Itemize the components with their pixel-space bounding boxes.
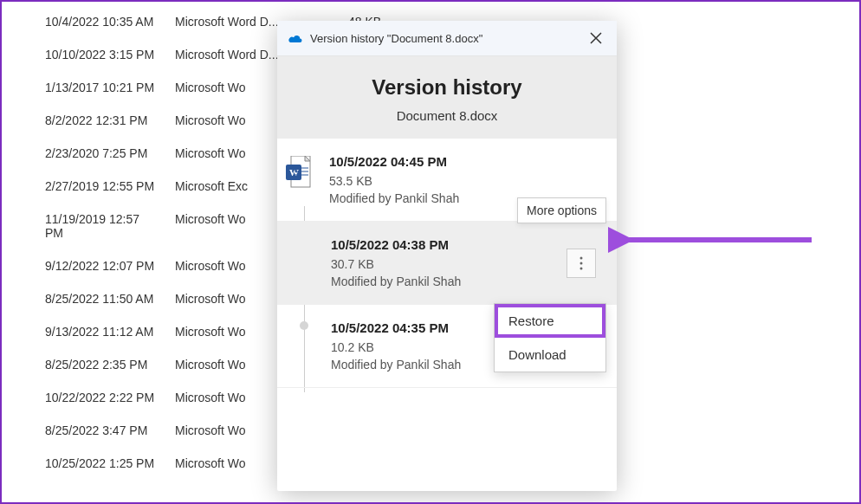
file-date: 10/22/2022 2:22 PM xyxy=(2,391,158,404)
svg-point-8 xyxy=(580,267,583,269)
file-date: 9/13/2022 11:12 AM xyxy=(2,325,158,339)
version-info: 10/5/2022 04:38 PM 30.7 KB Modified by P… xyxy=(331,237,599,288)
dialog-titlebar: Version history "Document 8.docx" xyxy=(277,21,617,56)
word-document-icon: W xyxy=(286,154,314,205)
file-date: 11/19/2019 12:57 PM xyxy=(2,212,158,240)
file-date: 8/2/2022 12:31 PM xyxy=(2,113,158,127)
version-history-heading: Version history xyxy=(277,75,617,100)
document-name: Document 8.docx xyxy=(277,108,617,123)
dialog-title-text: Version history "Document 8.docx" xyxy=(310,32,586,45)
file-date: 2/27/2019 12:55 PM xyxy=(2,179,158,193)
more-options-button[interactable] xyxy=(566,249,596,278)
version-history-dialog: Version history "Document 8.docx" Versio… xyxy=(277,21,617,491)
close-icon xyxy=(590,32,602,44)
close-button[interactable] xyxy=(586,28,606,48)
restore-menu-item[interactable]: Restore xyxy=(495,304,605,338)
versions-list: W 10/5/2022 04:45 PM 53.5 KB Modified by… xyxy=(277,139,617,491)
more-options-tooltip: More options xyxy=(517,197,606,223)
svg-text:W: W xyxy=(289,167,299,178)
file-date: 10/10/2022 3:15 PM xyxy=(2,48,158,61)
vertical-dots-icon xyxy=(579,256,583,270)
version-size: 30.7 KB xyxy=(331,257,599,271)
version-context-menu: Restore Download xyxy=(494,303,606,372)
version-size: 53.5 KB xyxy=(329,174,599,188)
svg-point-7 xyxy=(580,262,583,264)
version-modified-by: Modified by Pankil Shah xyxy=(331,275,599,288)
download-menu-item[interactable]: Download xyxy=(495,338,605,372)
file-date: 8/25/2022 11:50 AM xyxy=(2,292,158,306)
svg-point-6 xyxy=(580,256,583,259)
file-date: 1/13/2017 10:21 PM xyxy=(2,81,158,94)
file-date: 2/23/2020 7:25 PM xyxy=(2,146,158,160)
version-date: 10/5/2022 04:45 PM xyxy=(329,154,599,169)
file-date: 10/4/2022 10:35 AM xyxy=(2,15,158,29)
version-date: 10/5/2022 04:38 PM xyxy=(331,237,599,252)
file-date: 9/12/2022 12:07 PM xyxy=(2,259,158,273)
file-date: 8/25/2022 3:47 PM xyxy=(2,423,158,437)
file-date: 8/25/2022 2:35 PM xyxy=(2,358,158,372)
onedrive-icon xyxy=(288,33,303,43)
version-item[interactable]: 10/5/2022 04:38 PM 30.7 KB Modified by P… xyxy=(277,222,617,305)
file-date: 10/25/2022 1:25 PM xyxy=(2,456,158,470)
dialog-header: Version history Document 8.docx xyxy=(277,56,617,139)
annotation-arrow xyxy=(608,227,816,256)
